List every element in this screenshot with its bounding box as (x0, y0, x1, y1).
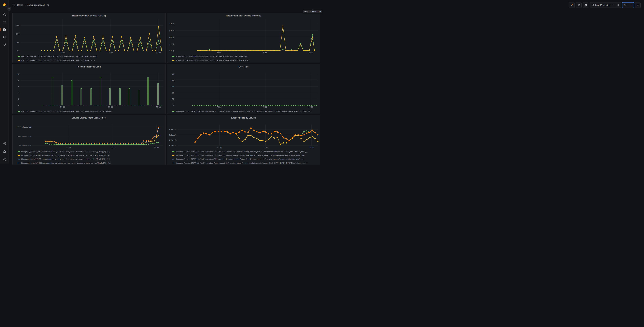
svg-text:21:55: 21:55 (263, 52, 268, 54)
legend-label[interactable]: {exported_job="recommendationservice", i… (21, 56, 97, 58)
legend-label[interactable]: {exported_job="recommendationservice", i… (176, 56, 248, 58)
panel-recommendation-service-memory: Recommendation Service (Memory)0 MB2 MB4… (167, 13, 320, 63)
panel-recommendation-service-cpu: Recommendation Service (CPU%)0%10%20%30%… (12, 13, 166, 63)
svg-text:20: 20 (172, 98, 174, 100)
svg-text:22:00: 22:00 (156, 52, 161, 54)
legend-swatch (172, 155, 174, 156)
panel-legend: {instance="otelcol:9464", job="otel", op… (172, 110, 319, 113)
svg-text:21:50: 21:50 (67, 146, 71, 148)
breadcrumb: Demo / Demo Dashboard (13, 4, 49, 6)
panel-recommendations-count: Recommendations Count024681021:5021:5522… (12, 64, 166, 114)
svg-text:6 MB: 6 MB (170, 30, 174, 32)
sidebar-item-alerting[interactable] (0, 41, 9, 48)
legend-label[interactable]: {exported_job="recommendationservice", i… (21, 59, 95, 61)
svg-text:10: 10 (17, 73, 19, 75)
breadcrumb-dashboard-title[interactable]: Demo Dashboard (27, 4, 45, 6)
legend-swatch (18, 111, 20, 112)
sidebar-item-sign-in[interactable] (0, 140, 9, 147)
svg-text:0.0 req/s: 0.0 req/s (169, 144, 176, 146)
legend-swatch (172, 60, 174, 60)
panel-endpoint-rate-by-service: Endpoint Rate by Service0.0 req/s0.1 req… (167, 115, 320, 164)
svg-text:20%: 20% (16, 33, 19, 35)
panel-legend: {instance="otelcol:9464", job="otel", op… (172, 150, 319, 164)
svg-text:100: 100 (171, 73, 174, 75)
legend-swatch (18, 60, 20, 60)
legend-swatch (172, 151, 174, 152)
legend-swatch (172, 163, 174, 163)
panel-error-rate: Error Rate02040608010021:5021:5522:00{in… (167, 64, 320, 114)
share-dashboard-button[interactable] (46, 4, 49, 6)
panel-legend: {exported_job="recommendationservice", i… (18, 54, 164, 62)
legend-label[interactable]: histogram_quantile(0.99, sum(rate(latenc… (21, 158, 110, 160)
legend-item: histogram_quantile(0.50, sum(rate(latenc… (18, 150, 164, 154)
legend-item: {exported_job="recommendationservice", i… (18, 54, 164, 58)
svg-text:40: 40 (172, 92, 174, 94)
panel-chart: 02040608010021:5021:5522:00 (167, 64, 320, 114)
legend-label[interactable]: {exported_job="recommendationservice", i… (21, 110, 112, 112)
legend-item: {exported_job="recommendationservice", i… (172, 54, 319, 58)
breadcrumb-folder[interactable]: Demo (17, 4, 23, 6)
legend-label[interactable]: {instance="otelcol:9464", job="otel", op… (176, 154, 305, 156)
starred-icon (3, 20, 6, 24)
svg-text:0.1 req/s: 0.1 req/s (169, 139, 176, 141)
svg-text:21:50: 21:50 (217, 106, 222, 108)
legend-label[interactable]: {instance="otelcol:9464", job="otel", op… (176, 162, 308, 164)
legend-label[interactable]: {exported_job="recommendationservice", i… (176, 59, 249, 61)
legend-label[interactable]: histogram_quantile(0.50, sum(rate(latenc… (21, 150, 110, 152)
panel-legend: histogram_quantile(0.50, sum(rate(latenc… (18, 150, 164, 164)
legend-item: {instance="otelcol:9464", job="otel", op… (172, 110, 319, 113)
legend-swatch (18, 155, 20, 156)
legend-item: {exported_job="recommendationservice", i… (18, 110, 164, 113)
legend-item: {exported_job="recommendationservice", i… (172, 58, 319, 62)
svg-text:6: 6 (18, 86, 19, 88)
sidebar-item-configuration[interactable] (0, 148, 9, 155)
sidebar-item-starred[interactable] (0, 19, 9, 26)
svg-text:21:55: 21:55 (110, 146, 115, 148)
svg-text:2: 2 (18, 98, 19, 100)
sidebar-item-dashboards[interactable] (0, 26, 9, 33)
chevron-right-icon (8, 8, 10, 10)
svg-text:21:55: 21:55 (108, 106, 113, 108)
svg-text:0: 0 (173, 104, 174, 106)
svg-text:30%: 30% (16, 24, 19, 26)
legend-item: histogram_quantile(0.999, sum(rate(laten… (18, 161, 164, 164)
legend-swatch (18, 151, 20, 152)
svg-text:60: 60 (172, 86, 174, 88)
sidebar-item-explore[interactable] (0, 34, 9, 40)
sidebar-item-help[interactable] (0, 156, 9, 163)
legend-label[interactable]: {instance="otelcol:9464", job="otel", op… (176, 150, 306, 152)
legend-item: {instance="otelcol:9464", job="otel", op… (172, 161, 319, 164)
svg-text:21:55: 21:55 (108, 52, 113, 54)
svg-text:0.3 req/s: 0.3 req/s (169, 128, 176, 130)
svg-text:21:55: 21:55 (263, 106, 268, 108)
legend-swatch (18, 159, 20, 160)
svg-text:22:00: 22:00 (154, 146, 159, 148)
legend-item: {exported_job="recommendationservice", i… (18, 58, 164, 62)
grafana-logo[interactable] (2, 2, 7, 7)
header: Demo / Demo Dashboard Last 15 minutes Re… (9, 0, 322, 10)
sign-in-icon (3, 142, 6, 146)
panel-chart: 024681021:5021:5522:00 (12, 64, 166, 114)
alerting-icon (3, 42, 6, 46)
svg-text:21:50: 21:50 (217, 146, 222, 148)
svg-text:22:00: 22:00 (156, 106, 161, 108)
dashboards-grid-icon (13, 4, 16, 6)
svg-text:0: 0 (18, 104, 19, 106)
svg-text:22:00: 22:00 (308, 106, 313, 108)
sidebar-expand-button[interactable] (7, 7, 11, 11)
legend-label[interactable]: {instance="otelcol:9464", job="otel", op… (176, 158, 304, 160)
sidebar-item-search[interactable] (0, 12, 9, 18)
legend-swatch (172, 111, 174, 112)
svg-text:21:50: 21:50 (60, 52, 65, 54)
svg-text:22:00: 22:00 (309, 146, 314, 148)
legend-label[interactable]: {instance="otelcol:9464", job="otel", op… (176, 110, 310, 112)
help-icon (3, 158, 6, 162)
active-indicator (0, 28, 1, 32)
sidebar (0, 0, 9, 164)
legend-label[interactable]: histogram_quantile(0.999, sum(rate(laten… (21, 162, 111, 164)
svg-text:0.2 req/s: 0.2 req/s (169, 134, 176, 136)
svg-text:21:50: 21:50 (60, 106, 65, 108)
legend-swatch (172, 56, 174, 57)
legend-label[interactable]: histogram_quantile(0.95, sum(rate(latenc… (21, 154, 110, 156)
svg-text:400 milliseconds: 400 milliseconds (18, 126, 31, 128)
